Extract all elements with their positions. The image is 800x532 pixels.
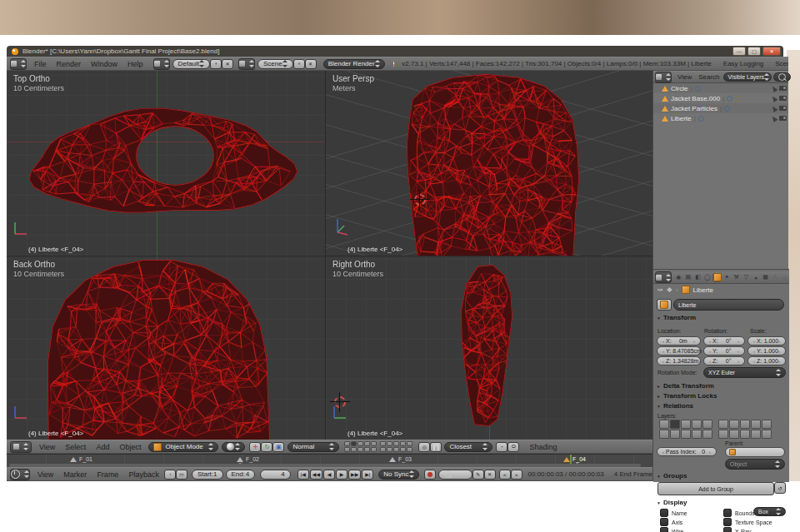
- close-button[interactable]: ✕: [762, 47, 781, 56]
- menu-search[interactable]: Search: [695, 73, 722, 81]
- panel-delta-transform[interactable]: Delta Transform: [657, 382, 714, 390]
- tab-texture[interactable]: ▦: [761, 273, 770, 282]
- viewport-canvas-right[interactable]: [326, 256, 652, 440]
- menu-view[interactable]: View: [32, 470, 58, 479]
- prev-keyframe-button[interactable]: ◀◀: [310, 470, 322, 480]
- lock-range-button[interactable]: ▭: [176, 470, 188, 480]
- viewport-persp[interactable]: User Persp Meters (4) Liberte <F_04>: [326, 71, 652, 256]
- forward-key-button[interactable]: »: [511, 470, 522, 480]
- snap-target-select[interactable]: Closest: [444, 442, 492, 452]
- object-layers-grid-right[interactable]: [718, 420, 772, 439]
- pin-icon[interactable]: ✑: [658, 286, 663, 294]
- render-opengl-button[interactable]: 🞄: [496, 442, 508, 452]
- render-opengl-anim-button[interactable]: 🞆: [508, 442, 519, 452]
- current-frame-field[interactable]: 4: [260, 470, 291, 480]
- rotation-y-field[interactable]: Y:0°: [703, 346, 745, 355]
- add-scene-button[interactable]: ＋: [293, 59, 305, 69]
- tab-object[interactable]: [712, 273, 722, 282]
- scene-select[interactable]: Scene: [258, 59, 293, 69]
- render-engine-select[interactable]: Blender Render: [323, 59, 385, 69]
- proportional-edit-button[interactable]: ◎: [418, 442, 430, 452]
- viewport-back[interactable]: Back Ortho 10 Centimeters (4) Liberte <F…: [7, 256, 326, 440]
- editor-type-button[interactable]: [655, 271, 672, 283]
- layer-grid-right[interactable]: [380, 441, 412, 452]
- timeline-marker-selected[interactable]: F_04: [563, 456, 586, 462]
- object-id-button[interactable]: [657, 299, 672, 311]
- jump-to-end-button[interactable]: ▶|: [362, 470, 373, 480]
- display-wire-checkbox[interactable]: Wire: [660, 527, 683, 532]
- restrict-render-icon[interactable]: [779, 86, 787, 91]
- display-axis-checkbox[interactable]: Axis: [660, 518, 682, 526]
- play-button[interactable]: ▶: [336, 470, 348, 480]
- menu-window[interactable]: Window: [86, 60, 122, 68]
- end-frame-field[interactable]: End:4: [226, 470, 256, 480]
- add-group-new-button[interactable]: ↺: [774, 482, 786, 494]
- outliner-item-circle[interactable]: Circle|: [653, 83, 788, 93]
- transform-orientation-select[interactable]: Normal: [288, 442, 339, 452]
- editor-type-button[interactable]: [10, 469, 30, 480]
- screen-layout-select[interactable]: Default: [172, 59, 210, 69]
- menu-view[interactable]: View: [674, 73, 695, 81]
- tab-scene[interactable]: ◧: [693, 273, 702, 282]
- rotation-z-field[interactable]: Z:0°: [703, 356, 745, 365]
- scale-y-field[interactable]: Y:1.000: [748, 346, 786, 355]
- delete-keyframe-button[interactable]: ✕: [484, 470, 496, 480]
- jump-to-start-button[interactable]: |◀: [298, 470, 309, 480]
- tab-constraints[interactable]: ✦: [722, 273, 732, 282]
- viewport-top[interactable]: Top Ortho 10 Centimeters (4) Liberte <F_…: [7, 71, 326, 256]
- maximize-button[interactable]: ▢: [748, 47, 761, 56]
- tab-render[interactable]: ◉: [674, 273, 683, 282]
- snap-toggle-button[interactable]: [430, 442, 442, 452]
- window-titlebar[interactable]: Blender* [C:\Users\Yann\Dropbox\Gantt Fi…: [7, 46, 783, 57]
- outliner-display-mode-select[interactable]: Visible Layers: [723, 72, 772, 82]
- menu-render[interactable]: Render: [52, 60, 87, 68]
- editor-type-button[interactable]: [655, 72, 672, 83]
- delete-scene-button[interactable]: ✕: [305, 59, 317, 69]
- panel-relations[interactable]: Relations: [657, 402, 693, 410]
- restrict-select-icon[interactable]: [771, 114, 778, 122]
- manipulator-translate-button[interactable]: ✛: [249, 442, 261, 452]
- parent-field[interactable]: [725, 447, 785, 457]
- manipulator-rotate-button[interactable]: ↻: [261, 442, 272, 452]
- rotation-mode-select[interactable]: XYZ Euler: [703, 367, 786, 378]
- tab-render-layers[interactable]: ▤: [684, 273, 693, 282]
- rotation-x-field[interactable]: X:0°: [703, 336, 745, 346]
- panel-groups[interactable]: Groups: [657, 472, 687, 480]
- outliner-item-jacket-particles[interactable]: Jacket Particles|: [653, 103, 788, 113]
- outliner-item-liberte[interactable]: Liberte|: [653, 113, 788, 123]
- bounds-type-select[interactable]: Box: [753, 507, 786, 516]
- parent-type-select[interactable]: Object: [725, 459, 785, 470]
- start-frame-field[interactable]: Start:1: [192, 470, 223, 480]
- tab-world[interactable]: ◯: [703, 273, 712, 282]
- add-to-group-button[interactable]: Add to Group: [658, 482, 774, 495]
- editor-type-button[interactable]: [10, 441, 32, 453]
- delete-layout-button[interactable]: ✕: [222, 59, 233, 69]
- menu-file[interactable]: File: [29, 60, 52, 68]
- object-name-field[interactable]: Liberte: [673, 299, 784, 311]
- tab-particles[interactable]: ∴: [771, 273, 780, 282]
- timeline-marker[interactable]: F_01: [70, 456, 92, 462]
- restrict-select-icon[interactable]: [771, 104, 778, 112]
- timeline-marker[interactable]: F_02: [237, 456, 259, 462]
- menu-object[interactable]: Object: [114, 443, 146, 451]
- viewport-canvas-persp[interactable]: [326, 71, 652, 256]
- scale-z-field[interactable]: Z:1.000: [748, 356, 786, 365]
- menu-playback[interactable]: Playback: [123, 470, 164, 479]
- panel-transform[interactable]: Transform: [657, 314, 696, 321]
- menu-select[interactable]: Select: [60, 443, 91, 451]
- restrict-render-icon[interactable]: [779, 116, 787, 121]
- display-bounds-checkbox[interactable]: Bounds: [723, 509, 755, 517]
- panel-display[interactable]: Display: [657, 499, 687, 506]
- cursor-3d-icon[interactable]: [414, 194, 426, 206]
- location-z-field[interactable]: Z:1.34828m: [657, 356, 701, 365]
- display-xray-checkbox[interactable]: X-Ray: [723, 527, 751, 532]
- menu-frame[interactable]: Frame: [92, 470, 123, 479]
- play-reverse-button[interactable]: ◀: [323, 470, 335, 480]
- restrict-select-icon[interactable]: [771, 84, 778, 92]
- tab-material[interactable]: ◕: [752, 273, 761, 282]
- display-name-checkbox[interactable]: Name: [660, 509, 688, 517]
- minimize-button[interactable]: —: [732, 47, 746, 56]
- display-texture-space-checkbox[interactable]: Texture Space: [723, 518, 772, 526]
- scene-icon-button[interactable]: [238, 58, 255, 70]
- location-x-field[interactable]: X:0m: [657, 336, 701, 346]
